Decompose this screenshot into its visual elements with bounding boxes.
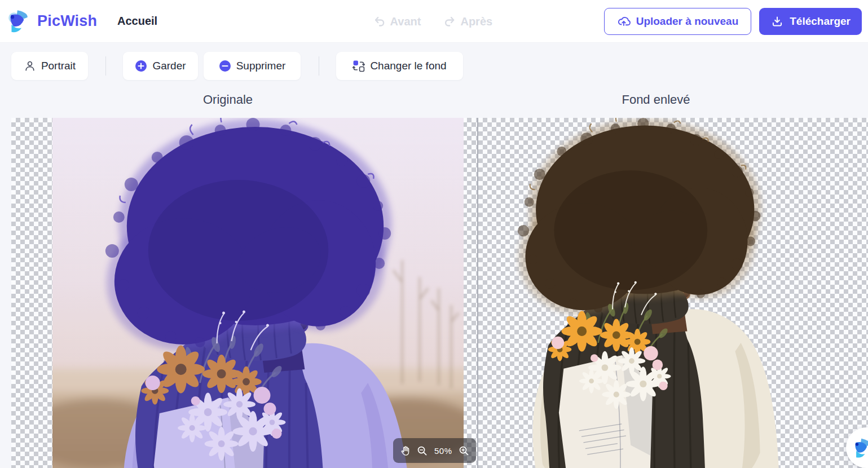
nav-home-link[interactable]: Accueil [117, 15, 157, 28]
portrait-button[interactable]: Portrait [11, 52, 88, 80]
toolbar-divider [319, 56, 319, 76]
portrait-person-icon [24, 60, 36, 72]
redo-button[interactable]: Après [443, 15, 492, 28]
result-panel-title: Fond enlevé [622, 92, 690, 107]
app-header: PicWish Accueil Avant Après Uploader à n… [0, 0, 868, 43]
redo-icon [443, 15, 456, 28]
brand-name: PicWish [37, 12, 97, 30]
history-controls: Avant Après [373, 0, 493, 43]
original-panel-title: Originale [203, 92, 253, 107]
portrait-label: Portrait [41, 60, 76, 72]
zoom-out-icon[interactable] [417, 445, 428, 456]
keep-plus-icon [135, 60, 147, 72]
keep-label: Garder [152, 60, 186, 72]
zoom-in-icon[interactable] [459, 445, 469, 456]
remove-button[interactable]: Supprimer [204, 52, 301, 80]
upload-again-button[interactable]: Uploader à nouveau [604, 8, 752, 35]
keep-button[interactable]: Garder [123, 52, 198, 80]
original-image[interactable] [52, 118, 464, 468]
cloud-upload-icon [617, 15, 631, 28]
result-image[interactable] [473, 118, 822, 468]
download-icon [770, 15, 784, 28]
download-label: Télécharger [790, 15, 851, 28]
remove-minus-icon [219, 60, 231, 72]
picwish-logo-icon [6, 8, 32, 34]
zoom-level: 50% [434, 446, 452, 456]
zoom-toolbar: 50% [393, 438, 476, 463]
toolbar-divider [105, 56, 106, 76]
brand[interactable]: PicWish [6, 8, 97, 34]
undo-label: Avant [390, 15, 421, 28]
undo-icon [373, 15, 386, 28]
change-background-button[interactable]: Changer le fond [336, 52, 463, 80]
redo-label: Après [460, 15, 492, 28]
undo-button[interactable]: Avant [373, 15, 421, 28]
download-button[interactable]: Télécharger [759, 8, 862, 35]
change-background-label: Changer le fond [370, 60, 446, 72]
change-background-icon [353, 60, 365, 72]
hand-pan-icon[interactable] [400, 445, 411, 456]
picwish-logo-icon [851, 436, 868, 459]
upload-again-label: Uploader à nouveau [636, 15, 739, 28]
remove-label: Supprimer [236, 60, 286, 72]
